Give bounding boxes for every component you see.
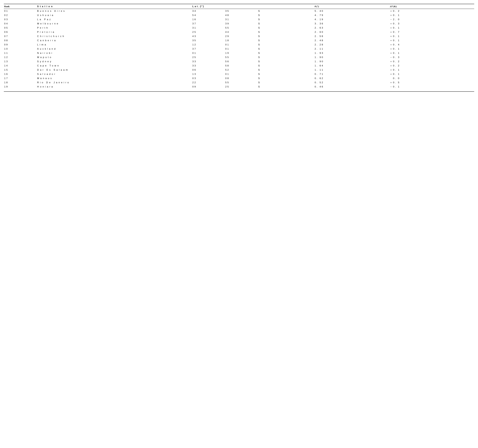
cell-station: Buenos Aires [37,9,192,13]
cell-lat_min: 19 [225,51,258,55]
cell-rank: 19 [4,85,37,89]
table-row: 04Melbourne3739S3. 36＋0. 3 [4,21,474,26]
cell-hemi: S [258,30,286,34]
gap-cell [371,72,390,76]
gap-cell [371,63,390,68]
cell-hemi: S [258,38,286,43]
cell-dt: ＋0. 1 [390,26,474,30]
cell-lat_deg: 33 [192,59,225,63]
cell-theta: 2. 58 [314,34,371,38]
cell-station: Canberra [37,38,192,43]
gap-cell [371,51,390,55]
cell-hemi: S [258,9,286,13]
cell-lat_min: 01 [225,72,258,76]
cell-hemi: S [258,63,286,68]
cell-station: Salvador [37,72,192,76]
cell-hemi: S [258,21,286,26]
cell-dt: ＋0. 1 [390,34,474,38]
cell-hemi: S [258,72,286,76]
cell-station: Maputo [37,55,192,59]
gap-cell [371,9,390,13]
cell-lat_min: 55 [225,55,258,59]
gap-cell [286,9,314,13]
header-gap [371,4,390,9]
cell-theta: 2. 60 [314,30,371,34]
header-rank: Rank [4,4,37,9]
cell-rank: 06 [4,30,37,34]
cell-lat_deg: 37 [192,47,225,51]
gap-cell [286,80,314,85]
table-row: 15Dar Es Salaam0652S1. 11＋0. 1 [4,68,474,72]
cell-lat_deg: 35 [192,38,225,43]
table-row: 11Nairobi0119S1. 93＋0. 1 [4,51,474,55]
cell-lat_deg: 37 [192,21,225,26]
cell-hemi: S [258,85,286,89]
cell-rank: 11 [4,51,37,55]
cell-rank: 07 [4,34,37,38]
cell-lat_min: 55 [225,26,258,30]
gap-cell [286,38,314,43]
cell-lat_deg: 54 [192,13,225,17]
cell-lat_deg: 31 [192,26,225,30]
cell-lat_min: 58 [225,63,258,68]
gap-cell [286,55,314,59]
table-row: 02Ushuaia5448S4. 79＋0. 1 [4,13,474,17]
cell-station: Sydney [37,59,192,63]
cell-lat_min: 48 [225,13,258,17]
cell-rank: 13 [4,59,37,63]
gap-cell [286,30,314,34]
table-row: 09Lima1201S2. 28＋0. 4 [4,43,474,47]
cell-theta: 4. 79 [314,13,371,17]
cell-dt: ＋0. 2 [390,9,474,13]
gap-cell [371,21,390,26]
cell-hemi: S [258,80,286,85]
cell-hemi: S [258,47,286,51]
cell-lat_deg: 06 [192,68,225,72]
cell-theta: 0. 52 [314,80,371,85]
gap-cell [286,13,314,17]
gap-cell [286,47,314,51]
cell-lat_min: 18 [225,38,258,43]
table-row: 17Manaus0308S0. 62 0. 0 [4,76,474,80]
cell-rank: 12 [4,55,37,59]
table-row: 06Pretoria2544S2. 60＋0. 7 [4,30,474,34]
cell-station: Ushuaia [37,13,192,17]
cell-lat_min: 08 [225,76,258,80]
cell-rank: 01 [4,9,37,13]
cell-hemi: S [258,68,286,72]
cell-lat_min: 25 [225,85,258,89]
table-row: 03La Paz1631S4. 19－2. 0 [4,17,474,21]
cell-rank: 16 [4,72,37,76]
cell-theta: 1. 90 [314,55,371,59]
cell-dt: －0. 3 [390,55,474,59]
cell-dt: ＋0. 4 [390,43,474,47]
cell-lat_deg: 12 [192,43,225,47]
cell-dt: ＋0. 1 [390,68,474,72]
cell-rank: 18 [4,80,37,85]
cell-theta: 1. 64 [314,63,371,68]
cell-lat_deg: 03 [192,76,225,80]
gap-cell [286,76,314,80]
cell-lat_deg: 22 [192,80,225,85]
gap-cell [371,55,390,59]
cell-theta: 0. 62 [314,76,371,80]
cell-rank: 05 [4,26,37,30]
gap-cell [286,63,314,68]
table-row: 10Auckland3701S2. 11＋0. 1 [4,47,474,51]
cell-hemi: S [258,59,286,63]
cell-station: Lima [37,43,192,47]
cell-dt: ＋0. 7 [390,30,474,34]
cell-lat_deg: 16 [192,17,225,21]
table-row: 08Canberra3518S2. 48＋0. 1 [4,38,474,43]
gap-cell [286,34,314,38]
cell-station: Nairobi [37,51,192,55]
cell-dt: －0. 1 [390,85,474,89]
gap-cell [286,26,314,30]
table-row: 05Perth3155S2. 63＋0. 1 [4,26,474,30]
cell-lat_deg: 25 [192,55,225,59]
cell-station: Christchurch [37,34,192,38]
cell-hemi: S [258,51,286,55]
cell-station: La Paz [37,17,192,21]
cell-lat_min: 55 [225,80,258,85]
table-row: 13Sydney3356S1. 90＋0. 2 [4,59,474,63]
